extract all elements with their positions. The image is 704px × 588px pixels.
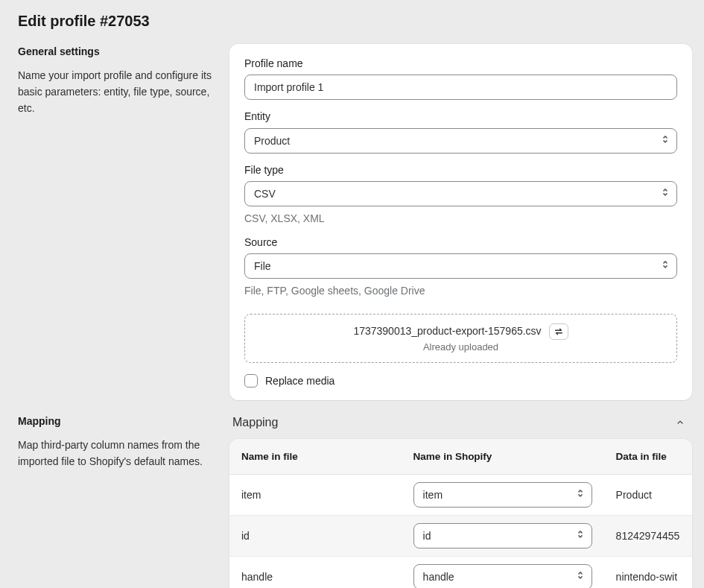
replace-media-checkbox[interactable] bbox=[244, 374, 258, 388]
general-settings-heading: General settings bbox=[18, 44, 215, 59]
mapping-row: handlehandlenintendo-swit bbox=[229, 557, 692, 588]
source-select[interactable]: File bbox=[244, 253, 677, 279]
general-settings-desc: Name your import profile and configure i… bbox=[18, 68, 215, 116]
general-settings-side: General settings Name your import profil… bbox=[18, 44, 229, 116]
upload-filename-row: 1737390013_product-export-157965.csv bbox=[353, 323, 568, 340]
mapping-shopify-select[interactable]: id bbox=[413, 523, 592, 549]
page-title: Edit profile #27053 bbox=[18, 10, 692, 32]
profile-name-input[interactable] bbox=[244, 75, 677, 100]
mapping-collapse-button[interactable] bbox=[671, 414, 689, 431]
file-type-label: File type bbox=[244, 162, 677, 177]
col-name-in-shopify: Name in Shopify bbox=[402, 439, 604, 475]
swap-icon bbox=[554, 326, 564, 337]
upload-status: Already uploaded bbox=[257, 341, 665, 355]
col-name-in-file: Name in file bbox=[229, 439, 402, 475]
swap-file-button[interactable] bbox=[549, 323, 568, 340]
profile-name-label: Profile name bbox=[244, 56, 677, 71]
mapping-card: Name in file Name in Shopify Data in fil… bbox=[229, 439, 692, 588]
file-type-help: CSV, XLSX, XML bbox=[244, 211, 677, 226]
col-data-in-file: Data in file bbox=[604, 439, 692, 475]
mapping-side: Mapping Map third-party column names fro… bbox=[18, 414, 229, 470]
mapping-row: itemitemProduct bbox=[229, 475, 692, 516]
mapping-shopify-select[interactable]: item bbox=[413, 482, 592, 508]
mapping-name-in-file: id bbox=[229, 516, 402, 557]
entity-select[interactable]: Product bbox=[244, 128, 677, 154]
source-field: Source File File, FTP, Google sheets, Go… bbox=[244, 235, 677, 299]
mapping-table: Name in file Name in Shopify Data in fil… bbox=[229, 439, 692, 588]
mapping-heading-bar: Mapping bbox=[229, 414, 692, 439]
mapping-data-in-file: 81242974455 bbox=[604, 516, 692, 557]
file-dropzone[interactable]: 1737390013_product-export-157965.csv Alr… bbox=[244, 314, 677, 363]
chevron-up-icon bbox=[676, 416, 685, 429]
source-label: Source bbox=[244, 235, 677, 250]
mapping-side-desc: Map third-party column names from the im… bbox=[18, 437, 215, 470]
mapping-data-in-file: nintendo-swit bbox=[604, 557, 692, 588]
mapping-side-heading: Mapping bbox=[18, 414, 215, 429]
entity-label: Entity bbox=[244, 109, 677, 124]
profile-name-field: Profile name bbox=[244, 56, 677, 100]
general-settings-card: Profile name Entity Product File type bbox=[229, 44, 692, 400]
upload-filename: 1737390013_product-export-157965.csv bbox=[353, 325, 541, 338]
mapping-name-in-file: handle bbox=[229, 557, 402, 588]
mapping-data-in-file: Product bbox=[604, 475, 692, 516]
mapping-row: idid81242974455 bbox=[229, 516, 692, 557]
entity-field: Entity Product bbox=[244, 109, 677, 153]
mapping-section: Mapping Map third-party column names fro… bbox=[18, 414, 692, 588]
file-type-field: File type CSV CSV, XLSX, XML bbox=[244, 162, 677, 227]
replace-media-row: Replace media bbox=[244, 373, 677, 388]
file-type-select[interactable]: CSV bbox=[244, 181, 677, 206]
mapping-name-in-file: item bbox=[229, 475, 402, 516]
mapping-shopify-select[interactable]: handle bbox=[413, 564, 592, 588]
mapping-heading: Mapping bbox=[232, 414, 278, 431]
general-settings-section: General settings Name your import profil… bbox=[18, 44, 692, 400]
replace-media-label: Replace media bbox=[265, 373, 334, 388]
source-help: File, FTP, Google sheets, Google Drive bbox=[244, 283, 677, 298]
